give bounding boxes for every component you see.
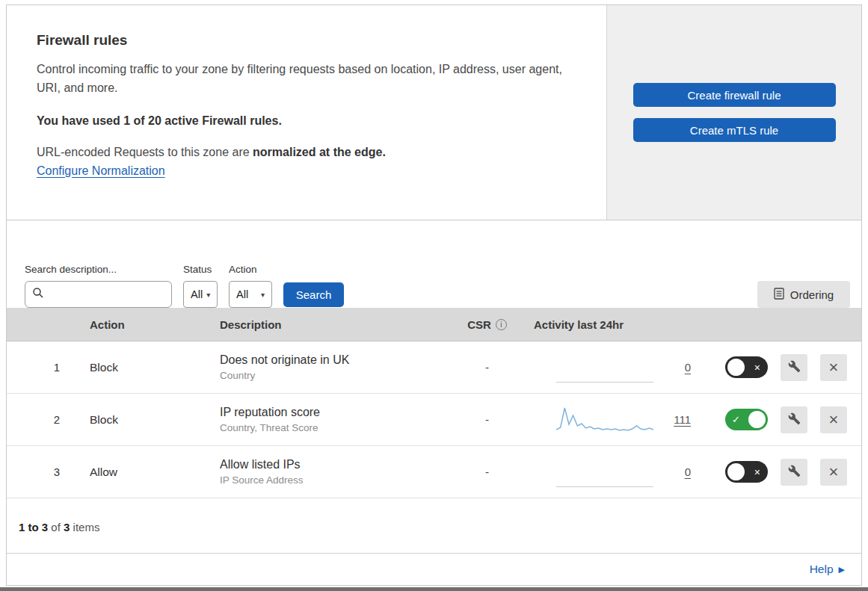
- list-document-icon: [774, 288, 784, 302]
- status-label: Status: [183, 264, 218, 275]
- table-row: 2 Block IP reputation score Country, Thr…: [7, 394, 861, 446]
- rule-activity: 0: [530, 341, 710, 393]
- intro-text-area: Firewall rules Control incoming traffic …: [7, 5, 606, 220]
- search-button[interactable]: Search: [283, 282, 344, 307]
- edit-rule-button[interactable]: [781, 354, 807, 381]
- rule-controls: ✓ × ×: [710, 459, 861, 486]
- table-row: 3 Allow Allow listed IPs IP Source Addre…: [7, 446, 861, 498]
- rule-enabled-toggle[interactable]: ✓ ×: [725, 356, 768, 378]
- edit-rule-button[interactable]: [781, 459, 807, 486]
- rule-description: Does not originate in UK Country: [209, 353, 444, 381]
- activity-count-link[interactable]: 111: [674, 413, 691, 426]
- create-mtls-rule-button[interactable]: Create mTLS rule: [633, 118, 836, 142]
- toggle-knob: [727, 359, 745, 376]
- firewall-rules-page: Firewall rules Control incoming traffic …: [6, 4, 862, 586]
- of-text: of: [48, 521, 64, 533]
- close-icon: ×: [829, 464, 839, 480]
- rule-fields: IP Source Address: [220, 474, 444, 486]
- item-range: 1 to 3: [19, 521, 48, 533]
- search-label: Search description...: [25, 264, 172, 275]
- status-filter-group: Status All ▾: [183, 264, 218, 308]
- rule-description: IP reputation score Country, Threat Scor…: [209, 406, 444, 433]
- rule-priority: 3: [7, 465, 78, 478]
- action-select[interactable]: All ▾: [229, 281, 272, 308]
- action-filter-group: Action All ▾: [229, 264, 272, 308]
- rule-csr: -: [444, 465, 530, 478]
- chevron-down-icon: ▾: [261, 291, 265, 299]
- items-text: items: [70, 521, 99, 533]
- search-field[interactable]: [25, 281, 172, 308]
- toggle-knob: [748, 411, 766, 428]
- help-bar: Help ▶: [7, 554, 861, 585]
- rule-title: Allow listed IPs: [220, 458, 444, 471]
- table-row: 1 Block Does not originate in UK Country…: [7, 341, 861, 394]
- configure-normalization-link[interactable]: Configure Normalization: [37, 164, 165, 178]
- wrench-icon: [788, 360, 801, 375]
- page-description: Control incoming traffic to your zone by…: [37, 61, 564, 98]
- csr-header-label: CSR: [467, 318, 491, 331]
- activity-chart-area: [556, 457, 653, 487]
- rule-enabled-toggle[interactable]: ✓ ×: [725, 461, 768, 483]
- rule-controls: ✓ × ×: [710, 354, 861, 381]
- page-title: Firewall rules: [37, 32, 576, 49]
- activity-chart-area: [556, 405, 653, 435]
- description-column-header: Description: [209, 318, 444, 331]
- delete-rule-button[interactable]: ×: [820, 354, 847, 381]
- action-column-header: Action: [78, 318, 209, 331]
- ordering-button[interactable]: Ordering: [757, 281, 850, 308]
- rule-csr: -: [444, 361, 530, 374]
- rule-description: Allow listed IPs IP Source Address: [209, 458, 444, 486]
- rule-action: Block: [78, 361, 209, 374]
- activity-count-link[interactable]: 0: [685, 465, 691, 478]
- normalization-text: URL-encoded Requests to this zone are: [37, 146, 253, 158]
- search-input[interactable]: [49, 288, 164, 300]
- rule-action: Allow: [78, 465, 209, 479]
- action-label: Action: [229, 264, 272, 275]
- close-icon: ×: [829, 359, 839, 376]
- rule-activity: 111: [530, 394, 710, 445]
- search-group: Search description...: [25, 264, 172, 308]
- rule-controls: ✓ × ×: [710, 406, 861, 433]
- table-header-row: Action Description CSR i Activity last 2…: [7, 308, 861, 341]
- wrench-icon: [788, 465, 801, 480]
- activity-zero-line: [556, 382, 653, 383]
- rule-title: IP reputation score: [220, 406, 444, 419]
- wrench-icon: [788, 412, 801, 427]
- rule-enabled-toggle[interactable]: ✓ ×: [725, 409, 768, 430]
- delete-rule-button[interactable]: ×: [820, 406, 847, 433]
- search-icon: [32, 287, 44, 302]
- csr-column-header: CSR i: [444, 318, 530, 331]
- activity-chart-area: [556, 353, 653, 383]
- rule-action: Block: [78, 413, 209, 427]
- rule-fields: Country: [220, 370, 444, 381]
- rule-priority: 1: [7, 361, 78, 374]
- ordering-button-label: Ordering: [790, 288, 834, 301]
- intro-card: Firewall rules Control incoming traffic …: [7, 5, 861, 220]
- rule-activity: 0: [530, 446, 710, 498]
- usage-note: You have used 1 of 20 active Firewall ru…: [37, 114, 576, 128]
- help-link-label: Help: [810, 563, 834, 576]
- status-select[interactable]: All ▾: [183, 281, 218, 308]
- rule-csr: -: [444, 413, 530, 426]
- toggle-cross-icon: ×: [754, 461, 760, 483]
- activity-count-link[interactable]: 0: [685, 361, 691, 374]
- edit-rule-button[interactable]: [781, 406, 807, 433]
- rule-priority: 2: [7, 413, 78, 426]
- action-select-value: All: [236, 288, 248, 300]
- status-select-value: All: [191, 288, 203, 300]
- rule-fields: Country, Threat Score: [220, 422, 444, 433]
- info-icon[interactable]: i: [496, 319, 507, 330]
- activity-sparkline: [556, 405, 653, 435]
- filter-bar: Search description... Status All ▾ Actio…: [7, 220, 861, 308]
- activity-column-header: Activity last 24hr: [530, 318, 710, 331]
- normalization-note: URL-encoded Requests to this zone are no…: [37, 146, 576, 159]
- pagination-summary: 1 to 3 of 3 items: [7, 498, 861, 554]
- chevron-down-icon: ▾: [206, 291, 210, 299]
- create-firewall-rule-button[interactable]: Create firewall rule: [633, 83, 836, 107]
- help-link[interactable]: Help ▶: [810, 563, 845, 576]
- toggle-cross-icon: ×: [754, 356, 760, 378]
- toggle-check-icon: ✓: [732, 409, 740, 430]
- delete-rule-button[interactable]: ×: [820, 459, 847, 486]
- close-icon: ×: [829, 412, 839, 428]
- toggle-knob: [727, 463, 745, 480]
